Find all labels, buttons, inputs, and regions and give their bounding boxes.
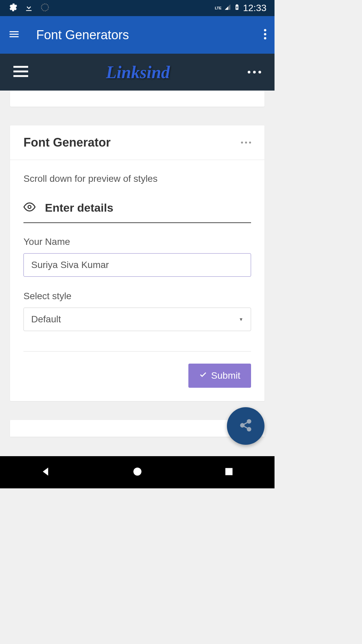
app-title: Font Generators xyxy=(36,28,129,42)
check-icon xyxy=(199,370,207,381)
battery-charging-icon xyxy=(234,3,240,13)
web-toolbar: Linksind xyxy=(0,54,275,91)
content-area: Font Generator Scroll down for preview o… xyxy=(0,91,275,437)
signal-icon xyxy=(224,3,231,13)
eye-icon xyxy=(23,201,36,214)
svg-point-2 xyxy=(264,33,266,36)
recent-apps-button[interactable] xyxy=(224,466,234,478)
loading-icon xyxy=(40,3,50,13)
submit-row: Submit xyxy=(23,364,251,388)
name-input[interactable] xyxy=(23,253,251,277)
scroll-hint-text: Scroll down for preview of styles xyxy=(23,173,251,184)
divider xyxy=(23,351,251,352)
svg-rect-4 xyxy=(13,66,28,68)
svg-line-11 xyxy=(244,422,248,425)
share-fab[interactable] xyxy=(227,407,264,445)
name-label: Your Name xyxy=(23,236,251,247)
download-icon xyxy=(24,3,34,13)
style-label: Select style xyxy=(23,291,251,302)
svg-line-12 xyxy=(244,426,248,429)
navigation-bar xyxy=(0,456,275,488)
card-body: Scroll down for preview of styles Enter … xyxy=(10,160,264,401)
web-hamburger-icon[interactable] xyxy=(13,65,28,79)
section-title: Enter details xyxy=(45,201,113,214)
status-bar: LTE 12:33 xyxy=(0,0,275,16)
next-card-edge xyxy=(10,420,264,437)
card-more-icon[interactable] xyxy=(241,142,251,144)
submit-button[interactable]: Submit xyxy=(188,364,251,388)
settings-icon xyxy=(8,3,17,13)
section-header: Enter details xyxy=(23,201,251,223)
home-button[interactable] xyxy=(132,466,143,478)
brand-logo[interactable]: Linksind xyxy=(106,62,170,82)
svg-point-8 xyxy=(247,420,251,423)
svg-point-0 xyxy=(42,4,49,11)
svg-point-10 xyxy=(247,428,251,431)
style-select[interactable]: Default ▼ xyxy=(23,308,251,331)
submit-label: Submit xyxy=(211,370,240,381)
card-header: Font Generator xyxy=(10,125,264,160)
svg-point-9 xyxy=(241,424,244,427)
hamburger-menu-icon[interactable] xyxy=(8,28,20,42)
svg-point-7 xyxy=(28,206,31,209)
selected-style-text: Default xyxy=(31,314,61,325)
font-generator-card: Font Generator Scroll down for preview o… xyxy=(10,125,264,401)
svg-rect-14 xyxy=(225,468,232,475)
svg-rect-6 xyxy=(13,75,28,77)
previous-card-edge xyxy=(10,91,264,107)
app-bar: Font Generators xyxy=(0,16,275,54)
status-left xyxy=(8,3,50,13)
back-button[interactable] xyxy=(41,466,51,478)
clock-text: 12:33 xyxy=(243,3,266,13)
chevron-down-icon: ▼ xyxy=(239,317,243,322)
svg-point-3 xyxy=(264,37,266,40)
web-more-horizontal-icon[interactable] xyxy=(248,71,261,73)
card-title: Font Generator xyxy=(23,136,111,150)
lte-icon: LTE xyxy=(215,6,222,10)
more-vertical-icon[interactable] xyxy=(264,29,266,41)
svg-point-13 xyxy=(133,468,141,476)
share-icon xyxy=(239,419,252,433)
status-right: LTE 12:33 xyxy=(215,3,266,13)
svg-rect-5 xyxy=(13,70,28,72)
svg-point-1 xyxy=(264,29,266,32)
